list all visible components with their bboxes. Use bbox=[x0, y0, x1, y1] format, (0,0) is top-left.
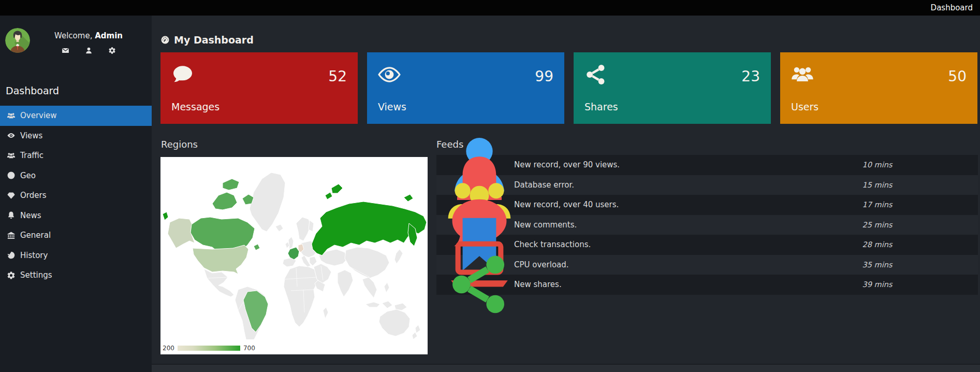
sidebar-item-label: News bbox=[20, 211, 41, 220]
history-icon bbox=[7, 251, 16, 260]
stat-card-messages[interactable]: 52 Messages bbox=[160, 52, 358, 124]
avatar[interactable] bbox=[5, 28, 30, 53]
sidebar: Welcome, Admin Dashboard Overview Views bbox=[0, 16, 152, 372]
sidebar-item-views[interactable]: Views bbox=[0, 126, 152, 146]
world-map-svg[interactable] bbox=[160, 157, 428, 339]
sidebar-item-label: History bbox=[20, 251, 48, 260]
eye-icon bbox=[377, 63, 401, 87]
sidebar-item-orders[interactable]: Orders bbox=[0, 185, 152, 206]
topbar-title: Dashboard bbox=[931, 3, 973, 12]
feed-text: CPU overload. bbox=[514, 260, 777, 269]
sidebar-item-general[interactable]: General bbox=[0, 225, 152, 246]
share-icon bbox=[584, 63, 608, 87]
feed-text: New shares. bbox=[514, 280, 777, 289]
feed-text: New record, over 40 users. bbox=[514, 200, 777, 209]
footer-bar bbox=[152, 364, 980, 372]
feed-row[interactable]: CPU overload. 35 mins bbox=[436, 255, 978, 275]
sidebar-section-title: Dashboard bbox=[6, 85, 59, 96]
dashboard-page: Dashboard Welcome, Admin bbox=[0, 0, 980, 372]
stat-cards: 52 Messages 99 Views 23 Shares bbox=[160, 52, 977, 124]
speech-bubble-icon bbox=[171, 63, 195, 87]
users-icon bbox=[791, 63, 814, 87]
main-content: My Dashboard 52 Messages 99 Views bbox=[152, 16, 980, 372]
eye-icon bbox=[7, 131, 16, 140]
feed-row[interactable]: Check transactions. 28 mins bbox=[436, 235, 978, 255]
stat-label: Views bbox=[378, 101, 406, 112]
welcome-text: Welcome, Admin bbox=[34, 31, 143, 40]
top-bar: Dashboard bbox=[0, 0, 980, 16]
feed-time: 35 mins bbox=[777, 261, 978, 269]
users-icon bbox=[7, 151, 16, 160]
welcome-prefix: Welcome, bbox=[54, 31, 92, 40]
feed-row[interactable]: New record, over 90 views. 10 mins bbox=[436, 155, 978, 175]
feed-row[interactable]: Database error. 15 mins bbox=[436, 175, 978, 195]
feed-text: Database error. bbox=[514, 180, 777, 190]
gear-icon[interactable] bbox=[108, 47, 116, 54]
stat-card-shares[interactable]: 23 Shares bbox=[574, 52, 771, 124]
feed-text: Check transactions. bbox=[514, 240, 777, 249]
sidebar-item-label: General bbox=[20, 231, 51, 240]
feed-time: 10 mins bbox=[777, 161, 978, 169]
sidebar-item-geo[interactable]: Geo bbox=[0, 166, 152, 186]
feed-row[interactable]: New record, over 40 users. 17 mins bbox=[436, 195, 978, 215]
sidebar-item-history[interactable]: History bbox=[0, 246, 152, 266]
sidebar-item-settings[interactable]: Settings bbox=[0, 265, 152, 285]
regions-title: Regions bbox=[161, 139, 198, 150]
profile-icon-bar bbox=[34, 47, 143, 54]
page-title-text: My Dashboard bbox=[174, 34, 254, 46]
stat-value: 52 bbox=[328, 68, 347, 85]
page-title: My Dashboard bbox=[160, 34, 254, 46]
feed-time: 39 mins bbox=[777, 280, 978, 289]
bullseye-icon bbox=[7, 171, 16, 180]
tachometer-icon bbox=[160, 35, 170, 45]
user-icon[interactable] bbox=[85, 47, 93, 54]
stat-value: 99 bbox=[535, 68, 553, 85]
legend-min-label: 200 bbox=[163, 345, 174, 352]
stat-label: Users bbox=[791, 101, 818, 112]
feed-time: 17 mins bbox=[777, 201, 978, 209]
map-legend: 200 700 bbox=[163, 345, 255, 352]
sidebar-menu: Overview Views Traffic Geo Orders News bbox=[0, 106, 152, 285]
bell-icon bbox=[7, 211, 16, 220]
feed-time: 25 mins bbox=[777, 221, 978, 229]
welcome-username: Admin bbox=[95, 31, 123, 40]
sidebar-item-label: Settings bbox=[20, 270, 52, 280]
feed-time: 28 mins bbox=[777, 240, 978, 249]
stat-label: Shares bbox=[584, 101, 618, 112]
sidebar-item-label: Geo bbox=[20, 171, 36, 180]
users-icon bbox=[7, 111, 16, 120]
legend-max-label: 700 bbox=[243, 345, 255, 352]
stat-value: 50 bbox=[948, 68, 967, 85]
feed-text: New record, over 90 views. bbox=[514, 160, 777, 169]
feed-time: 15 mins bbox=[777, 181, 978, 189]
feed-row[interactable]: New comments. 25 mins bbox=[436, 215, 978, 235]
sidebar-item-traffic[interactable]: Traffic bbox=[0, 146, 152, 166]
sidebar-item-label: Traffic bbox=[20, 151, 43, 160]
sidebar-item-label: Views bbox=[20, 131, 42, 140]
feed-text: New comments. bbox=[514, 220, 777, 230]
share-icon bbox=[445, 250, 514, 319]
envelope-icon[interactable] bbox=[62, 47, 69, 54]
stat-card-views[interactable]: 99 Views bbox=[367, 52, 564, 124]
stat-label: Messages bbox=[171, 101, 220, 112]
legend-gradient-bar bbox=[178, 346, 240, 351]
bank-icon bbox=[7, 231, 16, 240]
gear-icon bbox=[7, 271, 16, 280]
feed-row[interactable]: New shares. 39 mins bbox=[436, 275, 978, 295]
feeds-list: New record, over 90 views. 10 mins Datab… bbox=[436, 155, 978, 295]
world-map[interactable]: 200 700 bbox=[160, 157, 428, 354]
diamond-icon bbox=[7, 191, 16, 200]
stat-value: 23 bbox=[741, 68, 760, 85]
sidebar-item-news[interactable]: News bbox=[0, 206, 152, 226]
sidebar-item-label: Orders bbox=[20, 191, 46, 200]
stat-card-users[interactable]: 50 Users bbox=[780, 52, 977, 124]
sidebar-item-overview[interactable]: Overview bbox=[0, 106, 152, 126]
sidebar-item-label: Overview bbox=[20, 111, 57, 120]
